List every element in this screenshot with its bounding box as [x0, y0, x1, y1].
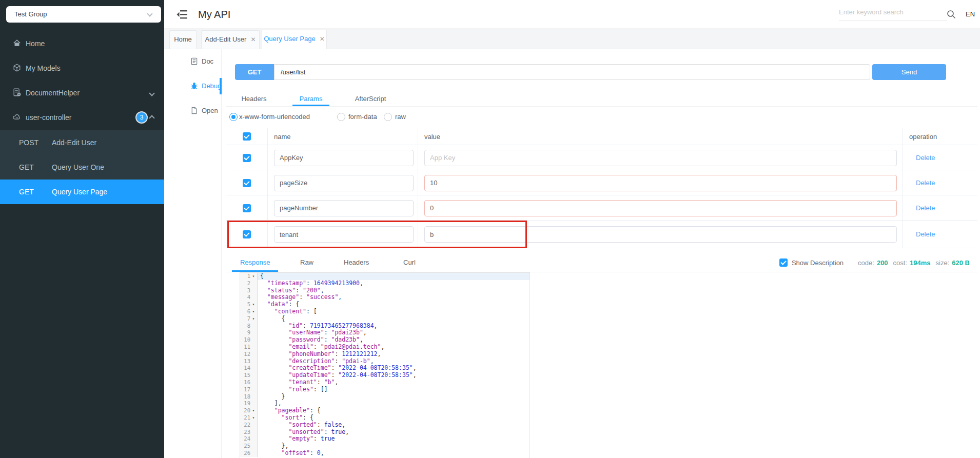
response-tab-response[interactable]: Response: [240, 255, 270, 270]
nav-item-open[interactable]: Open: [164, 98, 221, 123]
token: "pdai2@pdai.tech": [321, 343, 381, 350]
api-item-add-edit-user[interactable]: POSTAdd-Edit User: [0, 130, 164, 155]
row-checkbox[interactable]: [243, 154, 251, 162]
select-all-checkbox[interactable]: [243, 132, 251, 141]
http-method-label: POST: [19, 130, 38, 155]
row-checkbox[interactable]: [243, 204, 251, 212]
radio-form-data[interactable]: [337, 113, 345, 121]
line-number: 17: [240, 386, 250, 393]
fold-arrow-icon[interactable]: ▾: [250, 273, 257, 280]
language-switch[interactable]: EN: [966, 0, 975, 29]
code-line-17: 17 "roles": []: [240, 386, 530, 393]
delete-link[interactable]: Delete: [916, 226, 935, 243]
line-number: 16: [240, 379, 250, 386]
fold-spacer: [250, 294, 257, 301]
code-text: "updateTime": "2022-04-08T20:58:35",: [258, 372, 530, 379]
close-icon[interactable]: ✕: [250, 36, 256, 43]
param-name-input[interactable]: [274, 150, 414, 166]
fold-arrow-icon[interactable]: ▾: [250, 407, 257, 414]
sidebar-item-user-controller[interactable]: user-controller3: [0, 105, 164, 130]
row-checkbox[interactable]: [243, 230, 251, 238]
response-tab-raw[interactable]: Raw: [300, 255, 313, 270]
radio-x-www-form-urlencoded[interactable]: [229, 113, 238, 121]
token: : [: [306, 308, 317, 315]
response-meta-values: code:200cost:194mssize:620 B: [853, 259, 970, 267]
fold-arrow-icon[interactable]: ▾: [250, 308, 257, 315]
fold-spacer: [250, 429, 257, 436]
request-tab-params[interactable]: Params: [282, 91, 340, 106]
line-number: 10: [240, 336, 250, 344]
tab-home[interactable]: Home: [169, 30, 197, 49]
param-name-input[interactable]: [274, 200, 414, 216]
sidebar-item-my-models[interactable]: My Models: [0, 56, 164, 81]
code-line-1: 1▾{: [240, 273, 530, 280]
token: ,: [338, 293, 342, 301]
radio-raw[interactable]: [384, 113, 392, 121]
close-icon[interactable]: ✕: [320, 35, 325, 43]
gutter: 11: [240, 344, 258, 351]
param-name-input[interactable]: [274, 175, 414, 191]
sidebar-collapse-icon[interactable]: [177, 9, 188, 19]
fold-arrow-icon[interactable]: ▾: [250, 414, 257, 422]
request-url-input[interactable]: [274, 64, 870, 80]
nav-item-doc[interactable]: Doc: [164, 49, 221, 74]
token: ,: [374, 322, 378, 329]
delete-link[interactable]: Delete: [916, 150, 935, 166]
tab-query-user-page[interactable]: Query User Page✕: [262, 30, 327, 49]
response-tab-curl[interactable]: Curl: [403, 255, 416, 270]
code-line-23: 23 "unsorted": true,: [240, 429, 530, 436]
search-input[interactable]: [839, 4, 947, 21]
nav-item-label: Open: [202, 98, 218, 123]
group-select[interactable]: Test Group: [6, 6, 161, 23]
request-tab-headers[interactable]: Headers: [226, 91, 282, 106]
fold-arrow-icon[interactable]: ▾: [250, 301, 257, 308]
api-item-query-user-one[interactable]: GETQuery User One: [0, 155, 164, 180]
cell: [903, 170, 977, 195]
api-item-query-user-page[interactable]: GETQuery User Page: [0, 180, 164, 204]
doc-icon: [190, 57, 199, 66]
code-line-12: 12 "phoneNumber": 1212121212,: [240, 351, 530, 358]
line-number: 15: [240, 372, 250, 379]
http-method-button[interactable]: GET: [235, 64, 274, 80]
line-number: 6: [240, 308, 250, 315]
sidebar: Test Group HomeMy ModelsDocumentHelperus…: [0, 0, 164, 458]
param-value-input[interactable]: [424, 226, 897, 243]
fold-spacer: [250, 422, 257, 429]
search-icon[interactable]: [947, 10, 956, 19]
param-value-input[interactable]: [424, 200, 897, 216]
token: :: [313, 343, 321, 350]
param-name-input[interactable]: [274, 226, 414, 243]
fold-arrow-icon[interactable]: ▾: [250, 315, 257, 323]
sidebar-item-home[interactable]: Home: [0, 31, 164, 56]
token: :: [324, 336, 331, 343]
code-line-22: 22 "sorted": false,: [240, 422, 530, 429]
response-tab-headers[interactable]: Headers: [344, 255, 369, 270]
gutter: 12: [240, 351, 258, 358]
delete-link[interactable]: Delete: [916, 175, 935, 191]
code-line-3: 3 "status": "200",: [240, 287, 530, 294]
tab-label: Add-Edit User: [205, 35, 247, 43]
delete-link[interactable]: Delete: [916, 200, 935, 216]
divider: [226, 106, 977, 107]
show-description-checkbox[interactable]: [779, 258, 788, 267]
code-line-4: 4 "message": "success",: [240, 294, 530, 301]
fold-spacer: [250, 386, 257, 393]
code-line-10: 10 "password": "dad23b",: [240, 336, 530, 344]
send-button[interactable]: Send: [872, 64, 946, 80]
gutter: 7▾: [240, 315, 258, 323]
sidebar-item-documenthelper[interactable]: DocumentHelper: [0, 81, 164, 105]
token: "pdai23b": [331, 329, 363, 336]
request-tab-afterscript[interactable]: AfterScript: [340, 91, 401, 106]
param-value-input[interactable]: [424, 175, 897, 191]
response-json-editor[interactable]: 1▾{2 "timestamp": 1649394213900,3 "statu…: [240, 272, 530, 458]
tab-add-edit-user[interactable]: Add-Edit User✕: [201, 30, 260, 49]
fold-spacer: [250, 450, 257, 457]
row-checkbox[interactable]: [243, 179, 251, 187]
nav-item-debug[interactable]: Debug: [164, 74, 221, 98]
token: 0: [317, 449, 321, 456]
token: "2022-04-08T20:58:35": [338, 364, 413, 371]
token: ],: [275, 400, 282, 407]
token: {: [282, 315, 285, 322]
token: ,: [360, 280, 363, 287]
param-value-input[interactable]: [424, 150, 897, 166]
